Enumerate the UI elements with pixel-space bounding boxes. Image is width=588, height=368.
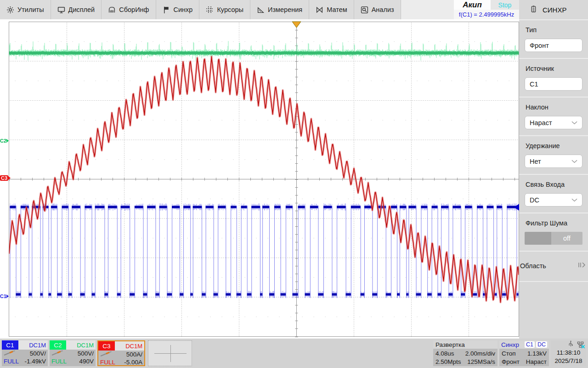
channel-coupling: DC1M xyxy=(115,343,144,350)
waveform-canvas[interactable] xyxy=(0,19,519,339)
marker-arrow-icon xyxy=(6,294,9,298)
clock-time: 11:38:10 xyxy=(551,349,586,357)
probe-icon xyxy=(4,350,16,357)
analysis-icon xyxy=(361,6,368,14)
channel-chip: C3 xyxy=(98,341,115,351)
field-label: Источник xyxy=(526,65,582,72)
timebase-badge[interactable]: Развертка 4.08us 2.00ms/div 2.50Mpts 125… xyxy=(433,340,498,366)
plus-icon xyxy=(170,345,171,362)
channel-marker-c2[interactable]: C2 xyxy=(0,138,9,144)
menu-item-analysis[interactable]: Анализ xyxy=(354,0,401,19)
run-state-indicator[interactable]: Stop xyxy=(491,0,519,10)
probe-icon xyxy=(51,350,63,357)
math-icon xyxy=(316,6,323,14)
menu-item-math[interactable]: Матем xyxy=(309,0,354,19)
menu-item-cursors[interactable]: Курсоры xyxy=(199,0,250,19)
trigger-position-marker[interactable] xyxy=(292,21,301,30)
section-source: Источник C1 xyxy=(519,59,588,98)
panel-header: СИНХР xyxy=(519,0,588,20)
sample-rate: 125MSa/s xyxy=(467,358,495,365)
section-type: Тип Фронт xyxy=(519,20,588,59)
channel-marker-c1[interactable]: C1 xyxy=(0,293,9,299)
memory-depth: 2.50Mpts xyxy=(435,358,461,365)
usb-icon xyxy=(568,340,574,349)
menu-bar: Утилиты Дисплей СборИнф Синхр Курсоры Из… xyxy=(0,0,401,19)
field-label: Связь Входа xyxy=(526,181,582,188)
chevron-down-icon xyxy=(571,198,577,202)
channel-badge-c3[interactable]: C3 DC1M 500A/ FULL -5.00A xyxy=(97,340,145,366)
trigger-status: Стоп xyxy=(502,350,516,357)
channel-scale: 500V/ xyxy=(30,350,46,357)
menu-label: Утилиты xyxy=(17,6,44,13)
menu-item-measure[interactable]: Измерения xyxy=(250,0,309,19)
channel-chip: C2 xyxy=(50,340,66,350)
trigger-type: Фронт xyxy=(502,358,520,365)
channel-offset: -5.00A xyxy=(124,359,142,366)
channel-badge-c1[interactable]: C1 DC1M 500V/ FULL -1.49kV xyxy=(2,340,48,366)
trigger-coupling-chip: DC xyxy=(536,341,547,348)
top-bar: Утилиты Дисплей СборИнф Синхр Курсоры Из… xyxy=(0,0,519,19)
field-label: Наклон xyxy=(526,104,582,111)
channel-marker-c3[interactable]: C3 xyxy=(0,175,11,181)
marker-arrow-icon xyxy=(8,176,11,180)
marker-label: C2 xyxy=(0,138,6,144)
section-slope: Наклон Нараст xyxy=(519,98,588,136)
add-channel-box[interactable] xyxy=(148,340,192,366)
trigger-type-field[interactable]: Фронт xyxy=(525,39,582,52)
field-label: Удержание xyxy=(526,142,582,150)
section-noise-filter: Фильтр Шума off xyxy=(519,213,588,252)
menu-label: Курсоры xyxy=(217,6,243,13)
menu-item-display[interactable]: Дисплей xyxy=(51,0,102,19)
field-value: DC xyxy=(530,196,539,204)
trigger-badge[interactable]: Синхр C1 DC Стоп 1.13kV Фронт Нараст xyxy=(499,340,549,366)
channel-badge-c2[interactable]: C2 DC1M 500V/ FULL 490V xyxy=(50,340,96,366)
panel-title: СИНХР xyxy=(543,6,566,14)
field-label: Тип xyxy=(526,26,582,34)
menu-item-trigger[interactable]: Синхр xyxy=(156,0,200,19)
gear-icon xyxy=(6,6,14,14)
menu-item-utilities[interactable]: Утилиты xyxy=(0,0,51,19)
trigger-source-chip: C1 xyxy=(525,341,535,348)
channel-bandwidth: FULL xyxy=(4,358,19,365)
toggle-knob xyxy=(525,232,551,245)
menu-label: Анализ xyxy=(372,6,394,13)
brand-logo: Акип xyxy=(454,0,491,10)
oscilloscope-screen: Утилиты Дисплей СборИнф Синхр Курсоры Из… xyxy=(0,0,588,368)
lan-disconnected-x: ✕ xyxy=(581,344,585,350)
field-value: Нет xyxy=(530,158,541,165)
section-zone[interactable]: Область xyxy=(519,252,588,282)
channel-offset: 490V xyxy=(79,358,94,365)
toggle-state-label: off xyxy=(551,232,582,245)
clock-box: ✕ 11:38:10 2025/7/18 xyxy=(551,340,586,366)
flag-icon xyxy=(163,6,170,14)
field-value: C1 xyxy=(530,80,538,88)
frequency-counter-readout: f(C1) = 2.499995kHz xyxy=(454,10,519,19)
cursors-icon xyxy=(206,6,214,14)
chevron-down-icon xyxy=(571,160,577,163)
field-label: Область xyxy=(520,262,546,270)
section-coupling: Связь Входа DC xyxy=(519,175,588,213)
status-bar: C1 DC1M 500V/ FULL -1.49kV C2 DC1M 500V/ xyxy=(0,339,588,368)
trigger-settings-panel: СИНХР Тип Фронт Источник C1 Наклон Нарас… xyxy=(519,0,588,339)
section-holdoff: Удержание Нет xyxy=(519,136,588,175)
menu-label: Измерения xyxy=(268,6,302,13)
field-value: Фронт xyxy=(530,42,549,49)
marker-arrow-icon xyxy=(6,139,9,143)
display-icon xyxy=(57,6,65,14)
trigger-coupling-dropdown[interactable]: DC xyxy=(525,193,582,207)
trigger-triangle-icon xyxy=(292,21,301,28)
channel-coupling: DC1M xyxy=(66,342,96,349)
channel-scale: 500A/ xyxy=(126,351,142,358)
trigger-source-field[interactable]: C1 xyxy=(525,77,582,91)
noise-filter-toggle[interactable]: off xyxy=(525,232,582,245)
expand-panel-icon xyxy=(577,262,586,270)
menu-item-acquire[interactable]: СборИнф xyxy=(102,0,156,19)
list-icon xyxy=(530,5,537,14)
trigger-holdoff-dropdown[interactable]: Нет xyxy=(525,155,582,168)
trigger-slope-dropdown[interactable]: Нараст xyxy=(525,116,582,129)
trigger-level-marker[interactable] xyxy=(514,204,519,213)
acquisition-status-block: Акип Stop f(C1) = 2.499995kHz xyxy=(454,0,519,19)
acquire-icon xyxy=(108,6,116,14)
channel-chip: C1 xyxy=(2,340,18,350)
channel-header: C2 DC1M xyxy=(50,340,96,350)
